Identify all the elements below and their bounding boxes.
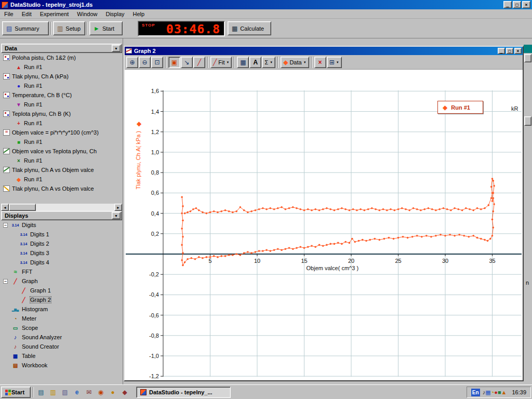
display-item-digits-1[interactable]: 3.14Digits 1 <box>1 230 122 239</box>
close-button[interactable]: × <box>522 1 530 8</box>
main-toolbar: ▤ Summary ▥ Setup ► Start STOP 03:46.8 ▦… <box>0 19 532 38</box>
graph-window-titlebar[interactable]: Graph 2 _ □ × <box>125 47 523 55</box>
scroll-left-button[interactable]: ◄ <box>1 204 9 211</box>
data-menu-button[interactable]: ◆Data▼ <box>281 57 309 68</box>
display-tray-icon[interactable]: ▦ <box>485 389 490 395</box>
display-item-scope[interactable]: ▭Scope <box>1 323 122 332</box>
data-tree-scrollbar[interactable]: ◄ ► <box>1 204 122 211</box>
align-axes-button[interactable]: ↘ <box>181 57 193 68</box>
y-axis-label[interactable]: Tlak plynu, Ch A( kPa ) <box>135 131 141 190</box>
menu-display[interactable]: Display <box>101 10 128 18</box>
scale-to-fit-button[interactable]: ▣ <box>168 57 180 68</box>
setup-icon: ▥ <box>57 25 63 32</box>
scrollbar-track[interactable] <box>9 204 114 211</box>
zoom-in-button[interactable]: ⊕ <box>126 57 138 68</box>
background-window-button[interactable] <box>524 54 531 62</box>
data-source-item[interactable]: Tlak plynu, Ch A vs Objem valce <box>1 184 122 193</box>
quick-launch-files-icon[interactable]: ▧ <box>60 388 70 397</box>
quick-launch-browser-icon[interactable]: e <box>72 388 82 397</box>
calculate-button[interactable]: ▦ Calculate <box>228 21 271 35</box>
display-item-workbook[interactable]: ▤Workbook <box>1 361 122 370</box>
display-item-sound-analyzer[interactable]: ♪Sound Analyzer <box>1 332 122 342</box>
zoom-out-button[interactable]: ⊖ <box>139 57 151 68</box>
quick-launch-mail-icon[interactable]: ✉ <box>84 388 94 397</box>
graph-maximize-button[interactable]: □ <box>506 48 513 54</box>
taskbar-task-button[interactable]: DataStudio - tepelny_... <box>136 387 231 398</box>
maximize-button[interactable]: □ <box>513 1 521 8</box>
data-run-item[interactable]: ×Run #1 <box>1 156 122 165</box>
start-menu-button[interactable]: Start <box>1 387 31 398</box>
data-run-item[interactable]: ▲Run #1 <box>1 62 122 72</box>
quick-launch-media-icon[interactable]: ◉ <box>96 388 105 397</box>
display-item-digits[interactable]: −3.14Digits <box>1 220 122 230</box>
displays-panel-header[interactable]: Displays ▼ <box>1 211 122 220</box>
data-panel-collapse-button[interactable]: ▼ <box>112 45 121 52</box>
display-item-digits-2[interactable]: 3.14Digits 2 <box>1 239 122 248</box>
fit-menu-button[interactable]: ╱Fit▼ <box>210 57 232 68</box>
scroll-right-button[interactable]: ► <box>114 204 122 211</box>
background-window-button[interactable] <box>524 116 531 126</box>
smart-tool-button[interactable]: ╱ <box>193 57 205 68</box>
setup-button[interactable]: ▥ Setup <box>53 21 85 35</box>
graph-close-button[interactable]: × <box>514 48 522 54</box>
start-label: Start <box>11 389 24 395</box>
display-item-sound-creator[interactable]: ♪Sound Creator <box>1 342 122 351</box>
display-item-graph-2[interactable]: ╱Graph 2 <box>1 295 122 304</box>
display-item-graph-1[interactable]: ╱Graph 1 <box>1 286 122 295</box>
quick-launch-desktop-icon[interactable]: ▤ <box>36 388 46 397</box>
collapse-toggle[interactable]: − <box>3 223 8 228</box>
toolbar-separator <box>50 22 51 35</box>
grid-settings-button[interactable]: ⊞▼ <box>327 57 342 68</box>
menu-edit[interactable]: Edit <box>18 10 36 18</box>
calculator-button[interactable]: ▦ <box>237 57 249 68</box>
display-item-table[interactable]: ▦Table <box>1 351 122 361</box>
data-run-item[interactable]: +Run #1 <box>1 118 122 128</box>
menu-file[interactable]: File <box>0 10 18 18</box>
display-item-fft[interactable]: ≈FFT <box>1 267 122 276</box>
data-source-icon <box>3 129 10 136</box>
svg-text:5: 5 <box>208 258 211 264</box>
data-source-item[interactable]: Poloha pistu, Ch 1&2 (m) <box>1 53 122 62</box>
display-item-digits-4[interactable]: 3.14Digits 4 <box>1 258 122 267</box>
display-item-graph[interactable]: −╱Graph <box>1 276 122 286</box>
quick-launch-tools-icon[interactable]: ◆ <box>120 388 129 397</box>
data-panel-header[interactable]: Data ▼ <box>1 44 122 53</box>
remove-button[interactable]: × <box>314 57 326 68</box>
data-source-item[interactable]: Objem valce = pi*r*r*y*100 (cm^3) <box>1 128 122 137</box>
legend[interactable]: ◆ Run #1 <box>437 101 483 114</box>
displays-panel-collapse-button[interactable]: ▼ <box>112 212 121 219</box>
window-titlebar[interactable]: DataStudio - tepelny_stroj1.ds _ □ × <box>0 0 532 9</box>
zoom-select-button[interactable]: ⊡ <box>151 57 163 68</box>
data-run-item[interactable]: ▼Run #1 <box>1 100 122 109</box>
language-indicator[interactable]: En <box>471 389 480 396</box>
quick-launch-chat-icon[interactable]: ● <box>108 388 117 397</box>
graph-minimize-button[interactable]: _ <box>498 48 505 54</box>
data-run-item[interactable]: ◆Run #1 <box>1 175 122 184</box>
update-tray-icon[interactable]: ▲ <box>501 389 507 395</box>
display-item-meter[interactable]: ◔Meter <box>1 314 122 323</box>
taskbar-clock[interactable]: 16:39 <box>512 389 526 395</box>
text-tool-button[interactable]: A <box>249 57 261 68</box>
collapse-toggle[interactable]: − <box>3 279 8 284</box>
summary-button[interactable]: ▤ Summary <box>2 21 49 35</box>
data-source-item[interactable]: Temperature, Ch B (°C) <box>1 90 122 100</box>
menu-help[interactable]: Help <box>129 10 149 18</box>
quick-launch-editor-icon[interactable]: ▥ <box>48 388 58 397</box>
menu-window[interactable]: Window <box>73 10 101 18</box>
data-source-item[interactable]: Tlak plynu, Ch A vs Objem valce <box>1 165 122 175</box>
network-tray-icon[interactable]: ■ <box>498 389 501 395</box>
plot-area[interactable]: 1,61,41,21,00,80,60,40,2-0,2-0,4-0,6-0,8… <box>125 70 523 380</box>
data-run-item[interactable]: ■Run #1 <box>1 137 122 147</box>
statistics-menu-button[interactable]: Σ▼ <box>262 57 275 68</box>
data-source-item[interactable]: Teplota plynu, Ch B (K) <box>1 109 122 118</box>
start-recording-button[interactable]: ► Start <box>89 21 123 35</box>
data-run-item[interactable]: ●Run #1 <box>1 81 122 90</box>
antivirus-tray-icon[interactable]: ● <box>494 389 498 395</box>
scrollbar-thumb[interactable] <box>9 204 36 211</box>
display-item-digits-3[interactable]: 3.14Digits 3 <box>1 248 122 258</box>
data-source-item[interactable]: Tlak plynu, Ch A (kPa) <box>1 72 122 81</box>
data-source-item[interactable]: Objem valce vs Teplota plynu, Ch <box>1 147 122 156</box>
minimize-button[interactable]: _ <box>503 1 512 8</box>
display-item-histogram[interactable]: ▂▆▄Histogram <box>1 304 122 314</box>
menu-experiment[interactable]: Experiment <box>36 10 73 18</box>
